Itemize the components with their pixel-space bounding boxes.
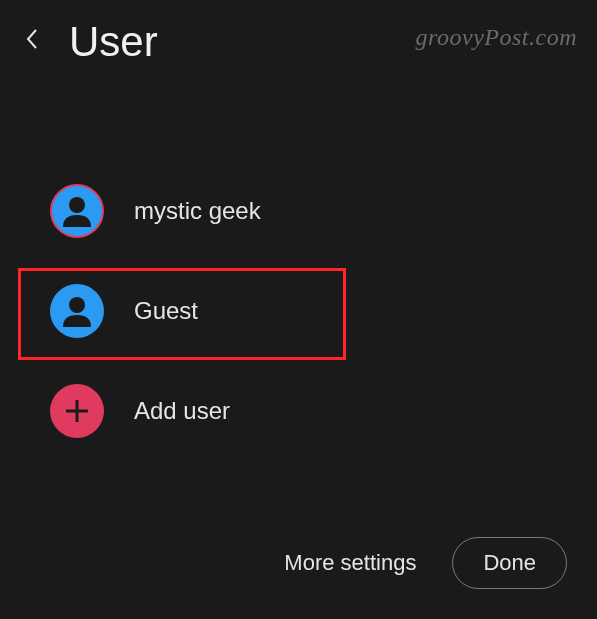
user-label: mystic geek: [134, 197, 261, 225]
add-user-item[interactable]: Add user: [50, 361, 547, 461]
watermark: groovyPost.com: [416, 24, 577, 51]
user-label: Guest: [134, 297, 198, 325]
footer: More settings Done: [284, 537, 567, 589]
back-icon[interactable]: [25, 28, 39, 56]
user-list: mystic geek Guest Add user: [0, 161, 597, 461]
user-avatar-icon: [50, 284, 104, 338]
svg-point-1: [69, 297, 85, 313]
plus-icon: [50, 384, 104, 438]
svg-point-0: [69, 197, 85, 213]
more-settings-button[interactable]: More settings: [284, 550, 416, 576]
user-item-guest[interactable]: Guest: [50, 261, 547, 361]
done-button[interactable]: Done: [452, 537, 567, 589]
user-item-mystic-geek[interactable]: mystic geek: [50, 161, 547, 261]
page-title: User: [69, 18, 158, 66]
add-user-label: Add user: [134, 397, 230, 425]
user-avatar-icon: [50, 184, 104, 238]
